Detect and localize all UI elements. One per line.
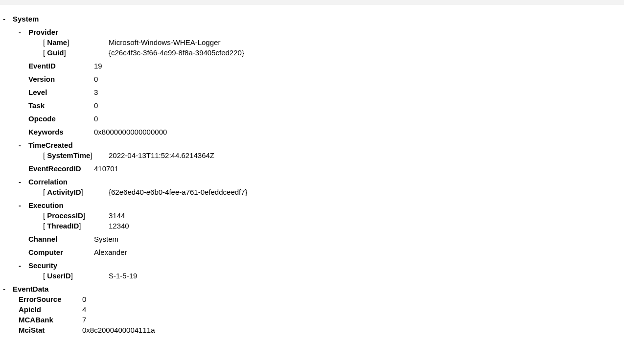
collapse-dash-icon[interactable]: - <box>19 141 28 149</box>
row-provider-guid: [ Guid] {c26c4f3c-3f66-4e99-8f8a-39405cf… <box>0 48 624 57</box>
row-processid: [ ProcessID] 3144 <box>0 211 624 220</box>
row-threadid: [ ThreadID] 12340 <box>0 222 624 230</box>
label-mcabank: MCABank <box>19 316 82 324</box>
value-systemtime: 2022-04-13T11:52:44.6214364Z <box>109 151 214 159</box>
label-eventdata: EventData <box>13 285 48 293</box>
value-guid: {c26c4f3c-3f66-4e99-8f8a-39405cfed220} <box>109 48 244 57</box>
value-threadid: 12340 <box>109 222 129 230</box>
label-threadid: ThreadID <box>47 222 79 230</box>
label-system: System <box>13 15 39 23</box>
collapse-dash-icon[interactable]: - <box>3 285 13 293</box>
row-keywords: Keywords 0x8000000000000000 <box>0 128 624 136</box>
collapse-dash-icon[interactable]: - <box>19 261 28 270</box>
row-errorsource: ErrorSource 0 <box>0 295 624 303</box>
group-timecreated[interactable]: - TimeCreated <box>0 141 624 149</box>
label-eventrecordid: EventRecordID <box>28 164 94 173</box>
value-processid: 3144 <box>109 211 125 220</box>
group-correlation[interactable]: - Correlation <box>0 178 624 186</box>
collapse-dash-icon[interactable]: - <box>3 15 13 23</box>
value-version: 0 <box>94 75 98 83</box>
label-correlation: Correlation <box>28 178 68 186</box>
value-opcode: 0 <box>94 114 98 123</box>
row-apicid: ApicId 4 <box>0 305 624 314</box>
label-guid: Guid <box>47 48 64 57</box>
event-xml-view: - System - Provider [ Name] Microsoft-Wi… <box>0 5 624 334</box>
row-channel: Channel System <box>0 235 624 243</box>
value-mcabank: 7 <box>82 316 86 324</box>
value-activityid: {62e6ed40-e6b0-4fee-a761-0efeddceedf7} <box>109 188 248 196</box>
label-timecreated: TimeCreated <box>28 141 73 149</box>
value-mcistat: 0x8c2000400004111a <box>82 326 155 334</box>
label-userid: UserID <box>47 272 70 280</box>
value-computer: Alexander <box>94 248 127 256</box>
label-computer: Computer <box>28 248 94 256</box>
label-channel: Channel <box>28 235 94 243</box>
label-name: Name <box>47 38 67 46</box>
group-security[interactable]: - Security <box>0 261 624 270</box>
label-mcistat: MciStat <box>19 326 82 334</box>
label-opcode: Opcode <box>28 114 94 123</box>
value-channel: System <box>94 235 118 243</box>
value-eventrecordid: 410701 <box>94 164 118 173</box>
group-provider[interactable]: - Provider <box>0 28 624 36</box>
label-task: Task <box>28 101 94 110</box>
label-security: Security <box>28 261 57 270</box>
group-eventdata[interactable]: - EventData <box>0 285 624 293</box>
label-execution: Execution <box>28 201 64 209</box>
row-eventrecordid: EventRecordID 410701 <box>0 164 624 173</box>
collapse-dash-icon[interactable]: - <box>19 201 28 209</box>
label-processid: ProcessID <box>47 211 83 220</box>
label-version: Version <box>28 75 94 83</box>
value-keywords: 0x8000000000000000 <box>94 128 167 136</box>
value-apicid: 4 <box>82 305 86 314</box>
group-execution[interactable]: - Execution <box>0 201 624 209</box>
label-level: Level <box>28 88 94 96</box>
label-errorsource: ErrorSource <box>19 295 82 303</box>
group-system[interactable]: - System <box>0 15 624 23</box>
row-activityid: [ ActivityID] {62e6ed40-e6b0-4fee-a761-0… <box>0 188 624 196</box>
row-version: Version 0 <box>0 75 624 83</box>
label-provider: Provider <box>28 28 58 36</box>
row-opcode: Opcode 0 <box>0 114 624 123</box>
value-eventid: 19 <box>94 62 102 70</box>
row-level: Level 3 <box>0 88 624 96</box>
label-eventid: EventID <box>28 62 94 70</box>
value-level: 3 <box>94 88 98 96</box>
value-errorsource: 0 <box>82 295 86 303</box>
label-activityid: ActivityID <box>47 188 81 196</box>
row-computer: Computer Alexander <box>0 248 624 256</box>
label-systemtime: SystemTime <box>47 151 90 159</box>
value-name: Microsoft-Windows-WHEA-Logger <box>109 38 220 46</box>
value-userid: S-1-5-19 <box>109 272 137 280</box>
row-task: Task 0 <box>0 101 624 110</box>
row-systemtime: [ SystemTime] 2022-04-13T11:52:44.621436… <box>0 151 624 159</box>
collapse-dash-icon[interactable]: - <box>19 178 28 186</box>
window-top-strip <box>0 0 624 5</box>
row-mcistat: MciStat 0x8c2000400004111a <box>0 326 624 334</box>
row-mcabank: MCABank 7 <box>0 316 624 324</box>
collapse-dash-icon[interactable]: - <box>19 28 28 36</box>
row-provider-name: [ Name] Microsoft-Windows-WHEA-Logger <box>0 38 624 46</box>
label-keywords: Keywords <box>28 128 94 136</box>
value-task: 0 <box>94 101 98 110</box>
row-eventid: EventID 19 <box>0 62 624 70</box>
label-apicid: ApicId <box>19 305 82 314</box>
row-userid: [ UserID] S-1-5-19 <box>0 272 624 280</box>
